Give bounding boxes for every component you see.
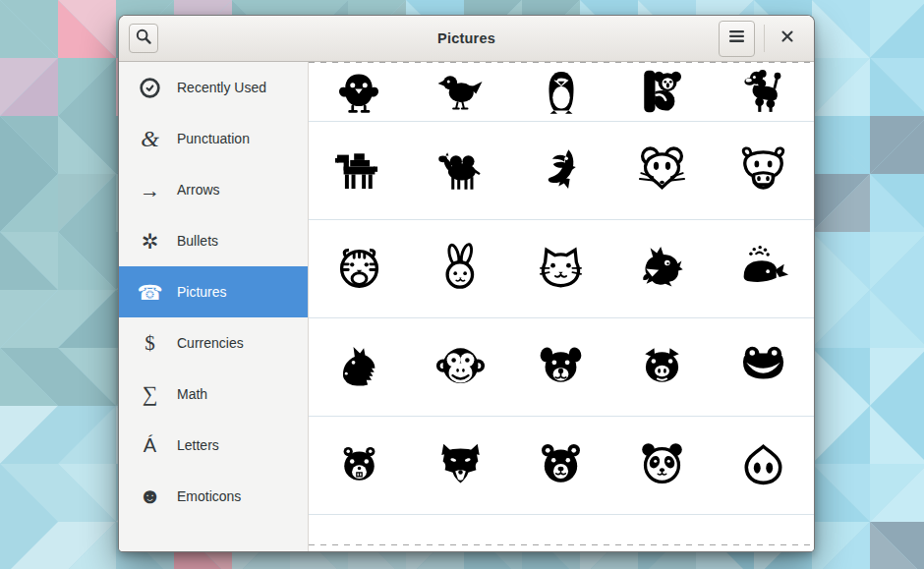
- koala-icon: [638, 67, 687, 116]
- arrow-right-icon: →: [137, 180, 163, 200]
- asterisk-icon: ✲: [137, 231, 163, 252]
- sidebar-item-label: Emoticons: [177, 488, 241, 504]
- characters-app-window: Pictures Recently Used&Punctuation→Arrow…: [118, 15, 815, 552]
- rabbit-face-icon: [434, 243, 487, 295]
- sidebar-item-letters[interactable]: ÁLetters: [119, 420, 308, 471]
- character-bear-face[interactable]: [511, 417, 612, 514]
- character-monkey-face[interactable]: [410, 318, 511, 416]
- character-koala[interactable]: [611, 62, 713, 121]
- poodle-icon: [739, 67, 788, 116]
- pig-face-icon: [636, 341, 688, 393]
- character-dog-face[interactable]: [511, 318, 612, 416]
- monkey-face-icon: [434, 341, 487, 393]
- baby-chick-icon: [334, 67, 383, 116]
- mouse-face-icon: [636, 144, 688, 197]
- sidebar-item-currencies[interactable]: $Currencies: [119, 317, 308, 369]
- character-rabbit-face[interactable]: [410, 220, 511, 317]
- dolphin-icon: [535, 144, 587, 197]
- character-wolf-face[interactable]: [410, 417, 511, 514]
- character-panda-face[interactable]: [611, 417, 713, 514]
- smiley-icon: ☻: [137, 485, 163, 507]
- character-row: [309, 122, 814, 220]
- character-mouse-face[interactable]: [611, 122, 713, 219]
- scroll-undershoot-bottom: [309, 544, 814, 545]
- character-row: [309, 220, 814, 318]
- sidebar-item-bullets[interactable]: ✲Bullets: [119, 215, 308, 266]
- penguin-icon: [537, 67, 586, 116]
- dollar-icon: $: [137, 333, 163, 354]
- wolf-face-icon: [434, 439, 487, 491]
- sidebar-item-emoticons[interactable]: ☻Emoticons: [119, 471, 308, 522]
- sidebar-item-label: Bullets: [177, 233, 218, 249]
- character-poodle[interactable]: [713, 62, 814, 121]
- character-tiger-face[interactable]: [309, 220, 410, 317]
- sidebar-item-math[interactable]: ∑Math: [119, 369, 308, 420]
- character-penguin[interactable]: [511, 62, 612, 121]
- bear-face-icon: [535, 439, 587, 491]
- sigma-icon: ∑: [137, 383, 163, 405]
- bactrian-camel-icon: [434, 144, 487, 197]
- close-button[interactable]: [774, 25, 801, 52]
- sidebar-item-arrows[interactable]: →Arrows: [119, 164, 308, 215]
- sidebar-item-label: Currencies: [177, 335, 244, 351]
- character-row: [309, 318, 814, 417]
- panda-face-icon: [636, 439, 688, 491]
- character-row: [309, 417, 814, 515]
- scroll-undershoot-top: [309, 62, 814, 63]
- character-bactrian-camel[interactable]: [410, 122, 511, 219]
- character-row-empty: [309, 515, 814, 551]
- cat-face-icon: [535, 243, 587, 295]
- search-button[interactable]: [129, 24, 158, 53]
- clock-icon: [137, 77, 163, 99]
- hamburger-menu-icon: [728, 29, 745, 47]
- character-frog-face[interactable]: [713, 318, 814, 416]
- category-sidebar: Recently Used&Punctuation→Arrows✲Bullets…: [119, 62, 309, 551]
- sidebar-item-label: Pictures: [177, 284, 227, 300]
- telephone-icon: ☎: [137, 282, 163, 303]
- titlebar: Pictures: [119, 16, 814, 62]
- sidebar-item-pictures[interactable]: ☎Pictures: [119, 266, 308, 317]
- sidebar-item-label: Math: [177, 386, 207, 402]
- character-spouting-whale[interactable]: [713, 220, 814, 317]
- character-grid: [309, 62, 814, 551]
- character-dragon-face[interactable]: [611, 220, 713, 317]
- dromedary-camel-icon: [333, 144, 385, 197]
- sidebar-item-recently-used[interactable]: Recently Used: [119, 62, 308, 113]
- frog-face-icon: [737, 341, 789, 393]
- pig-nose-icon: [737, 439, 789, 491]
- character-row: [309, 62, 814, 122]
- window-body: Recently Used&Punctuation→Arrows✲Bullets…: [119, 62, 814, 551]
- dog-face-icon: [535, 341, 587, 393]
- character-cat-face[interactable]: [511, 220, 612, 317]
- character-bird[interactable]: [410, 62, 511, 121]
- sidebar-item-label: Arrows: [177, 182, 220, 198]
- hamster-face-icon: [333, 439, 385, 491]
- character-dolphin[interactable]: [511, 122, 612, 219]
- ampersand-icon: &: [137, 127, 163, 150]
- close-icon: [780, 29, 794, 47]
- titlebar-separator: [764, 25, 765, 52]
- character-baby-chick[interactable]: [309, 62, 410, 121]
- character-pig-nose[interactable]: [713, 417, 814, 514]
- sidebar-item-label: Recently Used: [177, 80, 266, 95]
- cow-face-icon: [737, 144, 789, 197]
- bird-icon: [435, 67, 485, 116]
- tiger-face-icon: [333, 243, 385, 295]
- horse-face-icon: [333, 341, 385, 393]
- menu-button[interactable]: [719, 21, 755, 57]
- spouting-whale-icon: [737, 243, 789, 295]
- character-cow-face[interactable]: [713, 122, 814, 219]
- letter-icon: Á: [137, 435, 163, 455]
- titlebar-controls: [719, 21, 801, 57]
- sidebar-item-label: Letters: [177, 437, 219, 453]
- character-pig-face[interactable]: [611, 318, 713, 416]
- character-hamster-face[interactable]: [309, 417, 410, 514]
- window-title: Pictures: [437, 30, 495, 46]
- search-icon: [134, 27, 153, 50]
- character-horse-face[interactable]: [309, 318, 410, 416]
- character-dromedary-camel[interactable]: [309, 122, 410, 219]
- dragon-face-icon: [636, 243, 688, 295]
- sidebar-item-punctuation[interactable]: &Punctuation: [119, 113, 308, 164]
- sidebar-item-label: Punctuation: [177, 131, 250, 146]
